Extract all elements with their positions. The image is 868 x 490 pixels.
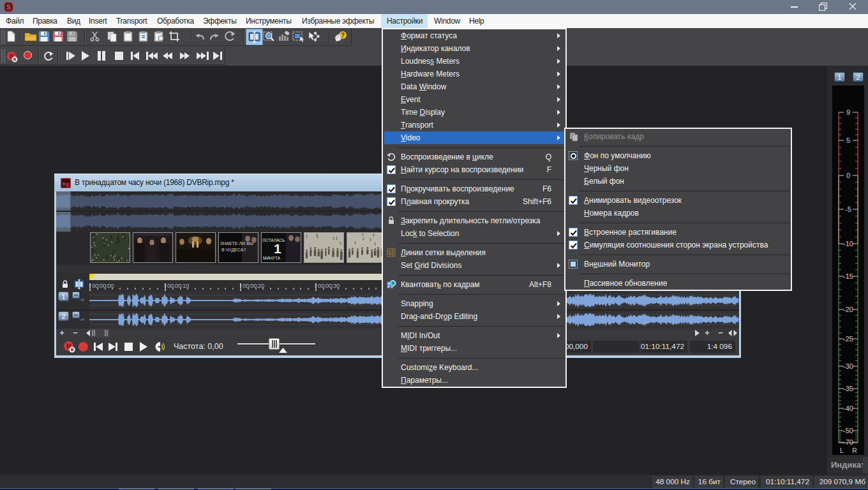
svg-text:1: 1 <box>274 241 281 256</box>
svg-text:?: ? <box>341 31 345 39</box>
svg-text:S: S <box>6 3 11 11</box>
svg-text:frg: frg <box>63 181 69 187</box>
svg-text:ЗНАЕТЕ ЛИ ВЫ: ЗНАЕТЕ ЛИ ВЫ <box>220 241 253 246</box>
svg-text:В ЧУДЕСА?: В ЧУДЕСА? <box>221 248 246 253</box>
svg-text:МИНУТА: МИНУТА <box>263 256 281 260</box>
